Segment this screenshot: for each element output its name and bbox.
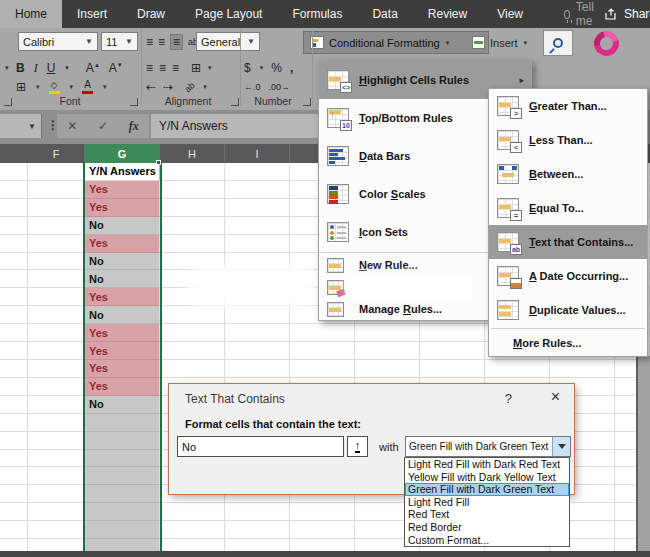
sheet-cell[interactable] [160,342,225,360]
sheet-cell[interactable] [160,235,225,253]
menu-item-duplicate-values[interactable]: Duplicate Values... [489,293,647,327]
column-header-G[interactable]: G [85,144,160,163]
sheet-cell[interactable] [550,360,615,378]
sheet-cell[interactable] [0,450,28,468]
enter-icon[interactable]: ✓ [98,119,108,133]
tab-home[interactable]: Home [0,0,62,28]
sheet-cell[interactable] [160,521,225,539]
sheet-cell[interactable] [28,503,85,521]
sheet-cell[interactable] [28,235,85,253]
g-cell[interactable]: Yes [85,288,160,306]
shrink-font-button[interactable]: A▼ [109,62,123,74]
decrease-decimal-button[interactable]: .00→ [269,83,291,92]
currency-dropdown-caret-icon[interactable]: ▾ [260,64,264,72]
align-middle-button[interactable]: ≡ [158,36,165,48]
font-name-combo[interactable]: Calibri▼ [18,32,98,51]
g-cell[interactable] [85,467,160,485]
format-option-red-border[interactable]: Red Border [405,521,569,534]
tab-page-layout[interactable]: Page Layout [180,0,277,28]
alignment-dialog-launcher-icon[interactable] [231,98,239,106]
sheet-cell[interactable] [290,324,355,342]
sheet-cell[interactable] [160,199,225,217]
g-cell[interactable] [85,521,160,539]
fill-color-caret-icon[interactable]: ▾ [70,83,74,91]
underline-dropdown-caret-icon[interactable]: ▾ [65,64,69,72]
g-cell[interactable]: Yes [85,360,160,378]
number-dialog-launcher-icon[interactable] [303,98,311,106]
name-box[interactable]: ▼ [0,114,42,138]
sheet-cell[interactable] [0,485,28,503]
sheet-cell[interactable] [0,503,28,521]
close-icon[interactable]: × [551,388,560,406]
format-option-green-fill-with-dark-green-text[interactable]: Green Fill with Dark Green Text [405,483,569,496]
paste-dropdown-caret-icon[interactable]: ▾ [5,64,9,71]
g-cell[interactable]: No [85,306,160,324]
sheet-cell[interactable] [28,217,85,235]
sheet-cell[interactable] [160,181,225,199]
g-cell[interactable] [85,450,160,468]
sheet-cell[interactable] [28,288,85,306]
menu-item-more-rules[interactable]: More Rules... [489,330,647,356]
g-cell[interactable]: Yes [85,378,160,396]
conditional-formatting-button[interactable]: Conditional Formatting ▾ [303,31,489,54]
g-cell[interactable] [85,432,160,450]
number-format-combo[interactable]: General▼ [196,32,260,51]
fill-handle[interactable] [156,160,161,165]
menu-item-less-than[interactable]: <Less Than... [489,123,647,157]
sheet-cell[interactable] [0,253,28,271]
sheet-cell[interactable] [28,324,85,342]
menu-item-between[interactable]: Between... [489,157,647,191]
help-button[interactable]: ? [505,391,512,406]
format-option-yellow-fill-with-dark-yellow-text[interactable]: Yellow Fill with Dark Yellow Text [405,471,569,484]
search-button[interactable] [543,30,573,56]
g-cell[interactable]: Yes [85,324,160,342]
sheet-cell[interactable] [225,503,290,521]
orientation-caret-icon[interactable]: ▾ [203,83,207,91]
tab-formulas[interactable]: Formulas [277,0,357,28]
underline-button[interactable]: U [47,62,56,74]
share-button[interactable]: Share [597,7,650,21]
format-combo-dropdown-button[interactable] [552,437,570,456]
vertical-scrollbar[interactable] [636,356,650,551]
sheet-cell[interactable] [290,360,355,378]
bold-button[interactable]: B [16,62,25,74]
sheet-cell[interactable] [28,270,85,288]
sheet-cell[interactable] [160,503,225,521]
sheet-cell[interactable] [28,378,85,396]
menu-item-a-date-occurring[interactable]: A Date Occurring... [489,259,647,293]
font-dialog-launcher-icon[interactable] [130,98,138,106]
column-header-H[interactable]: H [160,144,225,163]
sheet-cell[interactable] [160,163,225,181]
sheet-cell[interactable] [28,467,85,485]
sheet-cell[interactable] [225,521,290,539]
sheet-cell[interactable] [28,306,85,324]
sheet-cell[interactable] [160,360,225,378]
percent-style-button[interactable]: % [271,62,282,74]
sheet-cell[interactable] [0,396,28,414]
g-cell[interactable]: No [85,217,160,235]
sheet-cell[interactable] [0,467,28,485]
format-option-red-text[interactable]: Red Text [405,508,569,521]
g-cell[interactable]: No [85,270,160,288]
borders-button[interactable]: ⊞ [16,81,26,93]
g-cell[interactable] [85,414,160,432]
fill-color-button[interactable]: ◇ [49,81,60,94]
tab-view[interactable]: View [482,0,538,28]
g-cell[interactable]: Yes [85,181,160,199]
merge-center-button[interactable]: ⊞ [191,62,201,74]
align-top-button[interactable]: ≡ [146,36,153,48]
sheet-cell[interactable] [0,306,28,324]
sheet-cell[interactable] [0,521,28,539]
accounting-format-button[interactable]: $ [244,62,251,74]
format-option-light-red-fill-with-dark-red-text[interactable]: Light Red Fill with Dark Red Text [405,458,569,471]
sheet-cell[interactable] [0,414,28,432]
clipboard-dialog-launcher-icon[interactable] [4,98,12,106]
g-cell[interactable] [85,485,160,503]
contains-text-input[interactable] [177,436,344,457]
decrease-indent-button[interactable]: ⇠ [146,81,156,93]
sheet-cell[interactable] [28,432,85,450]
sheet-cell[interactable] [420,324,485,342]
tell-me-box[interactable]: Tell me [564,0,597,28]
sheet-cell[interactable] [28,253,85,271]
sheet-cell[interactable] [225,360,290,378]
